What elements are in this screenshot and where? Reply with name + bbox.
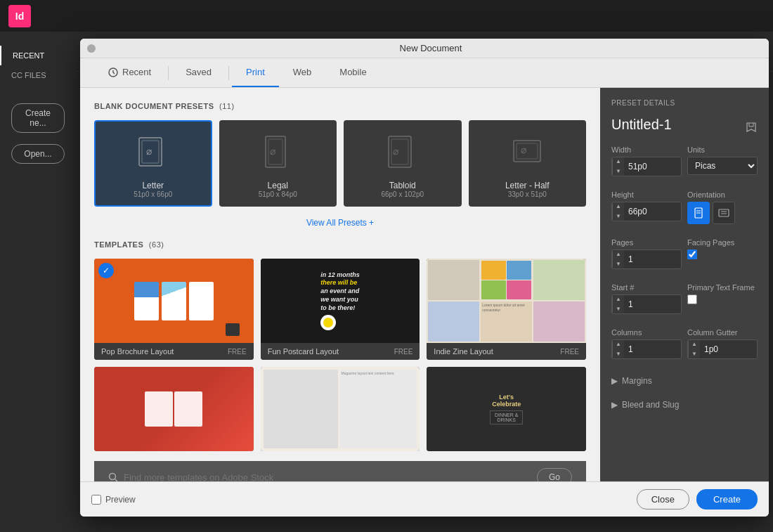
columns-input[interactable] xyxy=(624,344,681,354)
start-up-button[interactable]: ▲ xyxy=(613,294,624,304)
column-gutter-input-wrap: ▲ ▼ xyxy=(687,339,758,359)
modal-tabs: Recent Saved Print Web Mobile xyxy=(80,58,769,88)
flowers-visual xyxy=(94,367,254,451)
template-info-indie-zine: Indie Zine Layout FREE xyxy=(427,343,586,360)
preset-size-tabloid: 66p0 x 102p0 xyxy=(381,190,424,198)
create-document-button[interactable]: Create xyxy=(696,489,758,510)
sidebar-item-cc-files[interactable]: CC FILES xyxy=(0,65,76,85)
column-gutter-input[interactable] xyxy=(700,344,757,354)
preset-icon-tabloid: ⌀ xyxy=(382,133,424,175)
landscape-button[interactable] xyxy=(713,202,735,224)
template-celebration[interactable]: Let'sCelebrate DINNER &DRINKS xyxy=(427,367,586,451)
height-stepper: ▲ ▼ xyxy=(612,202,624,221)
preset-name-tabloid: Tabloid xyxy=(389,181,416,190)
view-all-presets[interactable]: View All Presets + xyxy=(94,218,586,228)
pages-up-button[interactable]: ▲ xyxy=(613,249,624,259)
width-up-button[interactable]: ▲ xyxy=(613,157,624,167)
orientation-group: Orientation xyxy=(687,190,758,224)
search-input[interactable] xyxy=(124,472,530,482)
height-up-button[interactable]: ▲ xyxy=(613,202,624,212)
margins-collapsible[interactable]: ▶ Margins xyxy=(611,373,758,389)
column-gutter-group: Column Gutter ▲ ▼ xyxy=(687,328,758,359)
template-thumb-indie-zine: Lorem ipsum dolor sit amet consectetur xyxy=(427,259,586,343)
go-button[interactable]: Go xyxy=(537,468,572,481)
sidebar-buttons: Create ne... Open... xyxy=(0,92,76,175)
presets-grid: ⌀ Letter 51p0 x 66p0 xyxy=(94,120,586,207)
preset-tabloid[interactable]: ⌀ Tabloid 66p0 x 102p0 xyxy=(344,120,462,207)
pages-group: Pages ▲ ▼ xyxy=(611,238,682,269)
modal-footer: Preview Close Create xyxy=(80,481,769,517)
preset-name-input[interactable] xyxy=(611,117,745,133)
preset-name-letter: Letter xyxy=(142,181,164,190)
preset-size-letter-half: 33p0 x 51p0 xyxy=(508,190,547,198)
templates-title: TEMPLATES (63) xyxy=(94,240,586,249)
template-name-pop-brochure: Pop Brochure Layout xyxy=(101,347,174,356)
preset-letter-half[interactable]: ⌀ Letter - Half 33p0 x 51p0 xyxy=(469,120,587,207)
bleed-collapsible[interactable]: ▶ Bleed and Slug xyxy=(611,397,758,413)
template-pop-brochure[interactable]: ✓ Pop Brochure Layout FREE xyxy=(94,259,254,360)
start-down-button[interactable]: ▼ xyxy=(613,304,624,314)
save-preset-icon[interactable] xyxy=(745,121,758,134)
preview-checkbox[interactable] xyxy=(91,495,101,505)
svg-rect-25 xyxy=(719,209,729,216)
pages-stepper: ▲ ▼ xyxy=(612,249,624,269)
gutter-up-button[interactable]: ▲ xyxy=(689,339,700,349)
open-button[interactable]: Open... xyxy=(11,144,65,164)
start-input-wrap: ▲ ▼ xyxy=(611,294,682,314)
height-down-button[interactable]: ▼ xyxy=(613,212,624,221)
facing-pages-checkbox[interactable] xyxy=(687,249,697,259)
primary-text-label: Primary Text Frame xyxy=(687,283,758,292)
new-document-modal: New Document Recent Saved xyxy=(80,39,769,517)
height-input[interactable] xyxy=(624,207,681,216)
columns-stepper: ▲ ▼ xyxy=(612,339,624,359)
template-magazine[interactable]: Magazine layout text content here xyxy=(261,367,420,451)
gutter-down-button[interactable]: ▼ xyxy=(689,349,700,359)
width-down-button[interactable]: ▼ xyxy=(613,167,624,176)
preset-letter[interactable]: ⌀ Letter 51p0 x 66p0 xyxy=(94,120,212,207)
template-flowers[interactable] xyxy=(94,367,254,451)
template-badge-pop-brochure: FREE xyxy=(228,348,247,356)
postcard-circle xyxy=(320,315,336,330)
facing-pages-checkbox-row xyxy=(687,249,758,259)
sidebar-item-recent[interactable]: RECENT xyxy=(0,46,76,65)
pages-down-button[interactable]: ▼ xyxy=(613,259,624,269)
pages-input-wrap: ▲ ▼ xyxy=(611,249,682,269)
units-select[interactable]: Picas Inches Millimeters Centimeters Poi… xyxy=(687,157,758,175)
tab-separator-2 xyxy=(228,66,229,80)
tab-print[interactable]: Print xyxy=(232,58,279,87)
presets-panel: BLANK DOCUMENT PRESETS (11) ⌀ xyxy=(80,88,600,481)
template-fun-postcard[interactable]: in 12 months there will be an event and … xyxy=(261,259,420,360)
tab-saved[interactable]: Saved xyxy=(171,58,226,87)
main-layout: RECENT CC FILES Create ne... Open... xyxy=(0,32,773,532)
portrait-button[interactable] xyxy=(687,202,710,224)
preset-icon-letter: ⌀ xyxy=(132,133,174,175)
clock-icon xyxy=(108,67,118,77)
preset-icon-legal: ⌀ xyxy=(256,133,299,175)
width-label: Width xyxy=(611,145,682,154)
margins-chevron: ▶ xyxy=(611,376,618,386)
primary-text-checkbox[interactable] xyxy=(687,294,697,304)
postcard-text: in 12 months there will be an event and … xyxy=(320,271,360,312)
details-panel: PRESET DETAILS Width xyxy=(600,88,769,481)
modal-overlay: New Document Recent Saved xyxy=(76,32,773,532)
template-badge-fun-postcard: FREE xyxy=(394,348,413,356)
start-input[interactable] xyxy=(624,299,681,309)
width-input[interactable] xyxy=(624,162,681,171)
create-new-button[interactable]: Create ne... xyxy=(11,103,65,133)
template-indie-zine[interactable]: Lorem ipsum dolor sit amet consectetur I… xyxy=(427,259,586,360)
close-button[interactable]: Close xyxy=(637,489,689,510)
svg-text:⌀: ⌀ xyxy=(146,146,152,157)
tab-web[interactable]: Web xyxy=(279,58,326,87)
preset-size-legal: 51p0 x 84p0 xyxy=(259,190,297,198)
tab-recent[interactable]: Recent xyxy=(94,58,165,87)
modal-title: New Document xyxy=(100,43,762,53)
preset-legal[interactable]: ⌀ Legal 51p0 x 84p0 xyxy=(219,120,337,207)
titlebar-dot xyxy=(87,44,96,53)
pages-input[interactable] xyxy=(624,254,681,264)
columns-up-button[interactable]: ▲ xyxy=(613,339,624,349)
tab-mobile[interactable]: Mobile xyxy=(325,58,380,87)
columns-down-button[interactable]: ▼ xyxy=(613,349,624,359)
template-thumb-pop-brochure: ✓ xyxy=(94,259,254,343)
zine-cell-4 xyxy=(428,301,479,342)
template-thumb-fun-postcard: in 12 months there will be an event and … xyxy=(261,259,420,343)
